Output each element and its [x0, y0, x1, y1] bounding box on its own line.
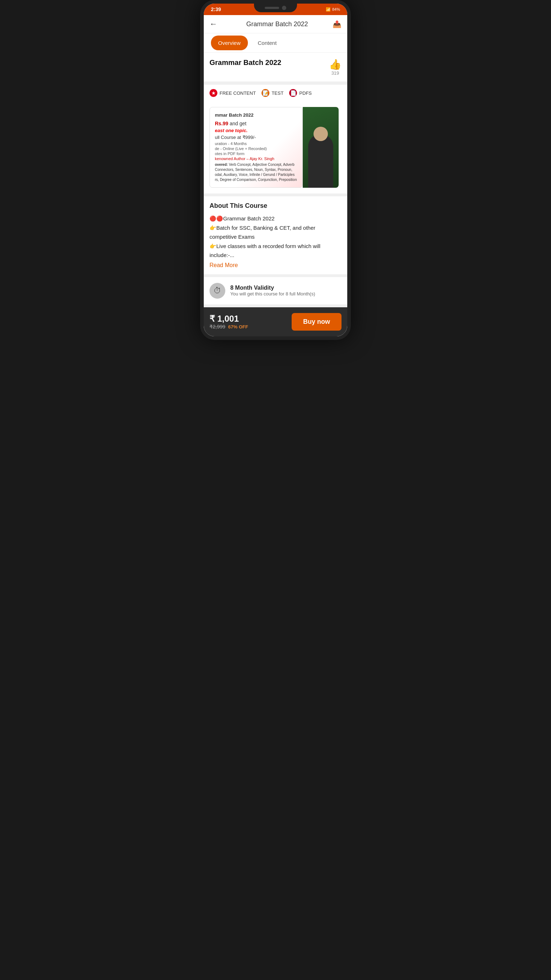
original-price-row: ₹2,999 67% OFF	[210, 324, 248, 329]
about-point-3: 👉Live classes with a recorded form which…	[210, 242, 341, 260]
banner-person-photo	[303, 107, 339, 188]
banner-topic-line: east one topic.	[215, 128, 297, 133]
validity-section: ⏱ 8 Month Validity You will get this cou…	[204, 277, 347, 304]
banner-mode: de - Online (Live + Recorded)	[215, 146, 297, 151]
feature-tag-free-content[interactable]: ★ FREE CONTENT	[210, 89, 256, 97]
banner-author-text: kenowned Author – Ajay Kr. Singh	[215, 156, 275, 161]
about-section: About This Course 🔴🔴Grammar Batch 2022 👉…	[204, 196, 347, 274]
status-icons: 📶 84%	[326, 7, 340, 12]
feature-tag-pdfs[interactable]: 📄 PDFS	[289, 89, 312, 97]
person-figure	[308, 134, 333, 188]
share-button[interactable]: 📤	[332, 20, 341, 29]
test-label: TEST	[272, 91, 283, 96]
like-icon[interactable]: 👍	[329, 59, 341, 70]
bottom-bar: ₹ 1,001 ₹2,999 67% OFF Buy now	[204, 307, 347, 336]
banner-author: kenowned Author – Ajay Kr. Singh	[215, 156, 297, 161]
banner-mode-text: de - Online (Live + Recorded)	[215, 146, 267, 151]
banner-duration-text: uration - 4 Months	[215, 142, 247, 146]
banner-wrapper: mmar Batch 2022 Rs.99 and get east one t…	[210, 107, 341, 188]
banner-topics: overed: Verb Concept, Adjective Concept,…	[215, 162, 297, 182]
course-header: Grammar Batch 2022 👍 319	[204, 53, 347, 81]
free-content-icon: ★	[210, 89, 218, 97]
banner-duration: uration - 4 Months	[215, 142, 297, 146]
banner-full-course-text: ull Course at ₹999/-	[215, 135, 256, 140]
free-content-label: FREE CONTENT	[219, 91, 256, 96]
tab-content[interactable]: Content	[251, 35, 284, 50]
about-point-2: 👉Batch for SSC, Banking & CET, and other…	[210, 223, 341, 242]
buy-now-button[interactable]: Buy now	[292, 313, 341, 331]
like-section: 👍 319	[329, 59, 341, 76]
about-point-1: 🔴🔴Grammar Batch 2022	[210, 214, 341, 223]
banner-notes: otes in PDF form	[215, 151, 297, 156]
validity-desc: You will get this course for 8 full Mont…	[230, 291, 315, 296]
signal-icon: 📶	[326, 7, 331, 12]
top-nav: ← Grammar Batch 2022 📤	[204, 15, 347, 33]
banner-price-line1: Rs.99 and get	[215, 121, 297, 126]
current-price: ₹ 1,001	[210, 314, 248, 324]
tabs-bar: Overview Content	[204, 33, 347, 53]
banner-price-suffix: and get	[230, 121, 246, 126]
nav-title: Grammar Batch 2022	[222, 21, 332, 28]
validity-title: 8 Month Validity	[230, 285, 315, 291]
about-text: 🔴🔴Grammar Batch 2022 👉Batch for SSC, Ban…	[210, 214, 341, 260]
about-title: About This Course	[210, 202, 341, 210]
about-point-1-text: 🔴Grammar Batch 2022	[216, 215, 275, 221]
about-point-3-text: Live classes with a recorded form which …	[210, 243, 320, 258]
course-banner: mmar Batch 2022 Rs.99 and get east one t…	[204, 101, 347, 194]
original-price: ₹2,999	[210, 324, 225, 329]
battery-icon: 84%	[332, 7, 340, 11]
test-icon: 📝	[262, 89, 269, 97]
read-more-link[interactable]: Read More	[210, 262, 341, 269]
pdfs-icon: 📄	[289, 89, 297, 97]
course-title: Grammar Batch 2022	[210, 59, 325, 67]
status-time: 2:39	[211, 6, 221, 12]
banner-title-text: mmar Batch 2022	[215, 112, 254, 118]
tab-overview[interactable]: Overview	[211, 35, 248, 50]
banner-topics-label: overed:	[215, 162, 228, 167]
price-section: ₹ 1,001 ₹2,999 67% OFF	[210, 314, 248, 329]
banner-notes-text: otes in PDF form	[215, 151, 245, 156]
banner-price-red: Rs.99	[215, 121, 228, 126]
back-button[interactable]: ←	[210, 19, 218, 29]
banner-title: mmar Batch 2022	[215, 112, 297, 118]
feature-tag-test[interactable]: 📝 TEST	[262, 89, 283, 97]
content-area: Grammar Batch 2022 👍 319 ★ FREE CONTENT …	[204, 53, 347, 336]
pdfs-label: PDFS	[299, 91, 312, 96]
discount-badge: 67% OFF	[228, 324, 248, 329]
banner-topic-text: east one topic.	[215, 128, 248, 133]
like-count: 319	[332, 70, 339, 76]
validity-info: 8 Month Validity You will get this cours…	[230, 285, 315, 296]
about-point-2-text: Batch for SSC, Banking & CET, and other …	[210, 225, 315, 240]
banner-full-course: ull Course at ₹999/-	[215, 135, 297, 140]
feature-tags: ★ FREE CONTENT 📝 TEST 📄 PDFS	[204, 84, 347, 101]
banner-card: mmar Batch 2022 Rs.99 and get east one t…	[210, 107, 303, 188]
validity-icon: ⏱	[210, 283, 225, 299]
